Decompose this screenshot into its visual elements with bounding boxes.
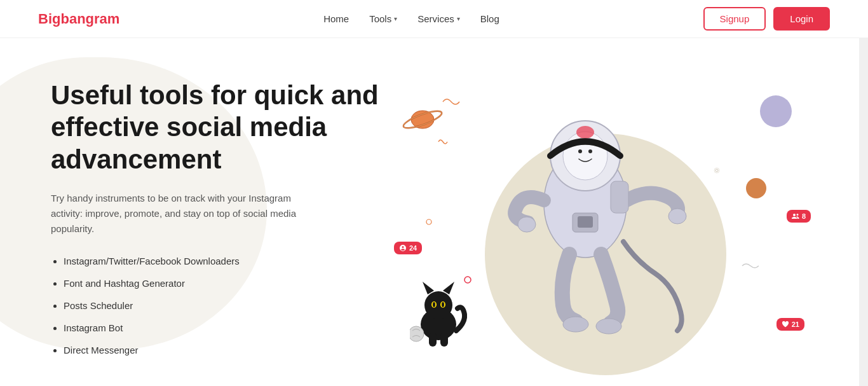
logo-brand: bang <box>60 11 94 27</box>
nav-services-label: Services <box>417 13 454 24</box>
followers-badge: 8 <box>787 210 811 223</box>
squiggle-2-icon <box>437 137 449 149</box>
nav-buttons: Signup Login <box>703 7 830 31</box>
svg-rect-29 <box>440 333 448 347</box>
services-chevron-icon: ▾ <box>457 15 460 22</box>
scrollbar[interactable] <box>859 0 868 386</box>
squiggle-1-icon <box>442 95 461 111</box>
hero-subtitle: Try handy instruments to be on track wit… <box>51 191 305 237</box>
hero-list-item: Font and Hashtag Generator <box>64 277 381 290</box>
heart-21-count: 21 <box>792 321 799 328</box>
svg-point-16 <box>596 319 621 334</box>
squiggle-3-icon <box>741 261 760 273</box>
navbar: Bigbangram Home Tools ▾ Services ▾ Blog … <box>0 0 868 38</box>
svg-point-14 <box>668 209 686 224</box>
nav-tools-label: Tools <box>369 13 391 24</box>
svg-point-3 <box>715 169 718 172</box>
hero-content: Useful tools for quick and effective soc… <box>51 79 381 366</box>
hero-feature-list: Instagram/Twitter/Facebook DownloadersFo… <box>51 254 381 357</box>
nav-home[interactable]: Home <box>323 13 349 25</box>
services-dropdown[interactable]: Services ▾ <box>417 13 460 24</box>
purple-circle <box>760 95 792 127</box>
nav-links: Home Tools ▾ Services ▾ Blog <box>323 13 499 25</box>
nav-blog-link[interactable]: Blog <box>480 13 499 24</box>
heart-badge-21: 21 <box>776 318 804 331</box>
planet-saturn-icon <box>400 102 445 130</box>
nav-services[interactable]: Services ▾ <box>417 13 460 25</box>
svg-point-27 <box>442 302 444 307</box>
signup-button[interactable]: Signup <box>703 7 766 31</box>
svg-rect-19 <box>611 181 628 213</box>
sparkle-icon <box>712 165 722 178</box>
hero-illustration: 24 8 21 <box>381 64 830 382</box>
svg-point-11 <box>588 149 592 153</box>
small-circle-2 <box>426 216 432 228</box>
tools-dropdown[interactable]: Tools ▾ <box>369 13 397 24</box>
orange-circle <box>746 178 766 198</box>
svg-point-21 <box>424 291 452 319</box>
svg-point-6 <box>426 219 431 224</box>
svg-rect-28 <box>429 333 437 347</box>
svg-rect-18 <box>578 216 593 228</box>
notification-badge-24: 24 <box>394 242 422 254</box>
hero-list-item: Instagram/Twitter/Facebook Downloaders <box>64 254 381 268</box>
svg-marker-22 <box>423 282 434 294</box>
svg-marker-23 <box>443 282 454 294</box>
tools-chevron-icon: ▾ <box>394 15 397 22</box>
svg-point-30 <box>410 326 424 341</box>
hero-title: Useful tools for quick and effective soc… <box>51 79 381 176</box>
nav-blog[interactable]: Blog <box>480 13 499 25</box>
nav-home-link[interactable]: Home <box>323 13 349 24</box>
hero-list-item: Direct Messenger <box>64 343 381 357</box>
nav-tools[interactable]: Tools ▾ <box>369 13 397 25</box>
svg-point-15 <box>563 317 588 332</box>
login-button[interactable]: Login <box>773 7 830 31</box>
svg-point-26 <box>433 302 435 307</box>
hero-section: Useful tools for quick and effective soc… <box>0 38 868 386</box>
badge-24-count: 24 <box>409 244 417 252</box>
hero-list-item: Posts Scheduler <box>64 299 381 312</box>
svg-point-12 <box>576 126 594 139</box>
logo-prefix: Big <box>38 11 60 27</box>
followers-count: 8 <box>802 212 806 220</box>
logo[interactable]: Bigbangram <box>38 11 119 27</box>
logo-suffix: ram <box>94 11 119 27</box>
astronaut-illustration <box>484 76 687 343</box>
svg-point-13 <box>518 217 536 232</box>
cat-illustration <box>410 277 467 347</box>
hero-list-item: Instagram Bot <box>64 321 381 334</box>
svg-point-4 <box>714 168 719 173</box>
svg-point-10 <box>578 149 582 153</box>
